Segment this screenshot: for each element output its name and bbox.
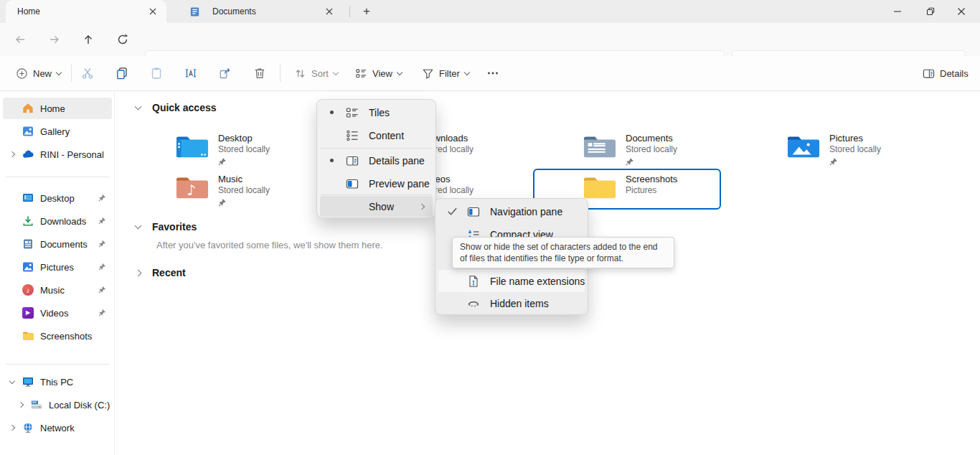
sidebar-item-label: Documents xyxy=(40,239,88,250)
close-button[interactable] xyxy=(943,0,980,23)
pin-icon xyxy=(98,309,106,316)
pin-icon xyxy=(829,157,881,166)
quick-access-header[interactable]: Quick access xyxy=(136,102,217,113)
up-button[interactable] xyxy=(80,31,97,48)
see-more-button[interactable] xyxy=(479,62,507,84)
tile-music[interactable]: ♪ Music Stored locally xyxy=(126,169,314,210)
tile-desktop[interactable]: Desktop Stored locally xyxy=(126,128,314,169)
paste-button[interactable] xyxy=(144,62,169,84)
sidebar-item-label: Screenshots xyxy=(40,331,92,342)
chevron-right-icon xyxy=(9,151,15,157)
filter-button[interactable]: Filter xyxy=(416,62,475,84)
sidebar-item-label: This PC xyxy=(40,377,73,388)
details-pane-button[interactable]: Details xyxy=(917,62,974,84)
forward-button[interactable] xyxy=(46,31,63,48)
sort-button[interactable]: Sort xyxy=(288,62,344,84)
sidebar-item-documents[interactable]: Documents xyxy=(3,233,112,255)
refresh-button[interactable] xyxy=(114,31,131,48)
share-button[interactable] xyxy=(213,62,237,84)
disk-drive-icon xyxy=(30,398,43,411)
menu-item-content[interactable]: Content xyxy=(320,124,433,146)
back-button[interactable] xyxy=(11,31,29,48)
check-icon xyxy=(447,206,458,217)
chevron-down-icon xyxy=(56,69,62,75)
sidebar-item-label: Pictures xyxy=(40,262,74,273)
this-pc-icon xyxy=(22,375,34,388)
radio-bullet-icon xyxy=(330,159,334,162)
sidebar-item-pictures[interactable]: Pictures xyxy=(3,256,112,278)
submenu-item-navigation-pane[interactable]: Navigation pane xyxy=(438,200,585,222)
close-tab-icon[interactable] xyxy=(146,5,159,18)
sidebar-item-local-disk-c[interactable]: Local Disk (C:) xyxy=(3,394,112,416)
sidebar-item-network[interactable]: Network xyxy=(3,417,112,438)
view-button[interactable]: View xyxy=(349,62,407,84)
sidebar-item-downloads[interactable]: Downloads xyxy=(3,210,112,232)
pin-icon xyxy=(98,286,106,294)
network-icon xyxy=(22,421,34,434)
menu-item-label: Details pane xyxy=(369,155,425,166)
tab-documents[interactable]: Documents xyxy=(172,0,343,23)
tile-documents[interactable]: Documents Stored locally xyxy=(533,128,721,169)
pin-icon xyxy=(98,240,106,248)
cut-button[interactable] xyxy=(75,62,100,84)
menu-item-preview-pane[interactable]: Preview pane xyxy=(320,172,433,194)
chevron-down-icon xyxy=(135,222,142,230)
close-tab-icon[interactable] xyxy=(323,5,336,18)
sidebar-item-label: Gallery xyxy=(40,126,70,137)
sidebar-item-music[interactable]: ♪ Music xyxy=(3,279,112,301)
delete-button[interactable] xyxy=(248,62,272,84)
view-button-label: View xyxy=(372,68,392,79)
onedrive-cloud-icon xyxy=(22,148,34,161)
menu-item-show[interactable]: Show xyxy=(320,196,433,217)
plus-icon: + xyxy=(363,4,370,19)
music-icon: ♪ xyxy=(22,283,34,296)
submenu-item-hidden-items[interactable]: Hidden items xyxy=(438,293,585,314)
tile-pictures[interactable]: Pictures Stored locally xyxy=(737,128,925,169)
sidebar-item-desktop[interactable]: Desktop xyxy=(3,187,112,209)
toolbar-divider xyxy=(280,65,281,82)
desktop-folder-icon xyxy=(176,133,209,160)
sidebar-item-home[interactable]: Home xyxy=(3,98,112,119)
plus-circle-icon xyxy=(16,67,28,80)
tile-name: Pictures xyxy=(829,133,881,144)
favorites-header[interactable]: Favorites xyxy=(136,221,197,233)
tile-subtitle: Stored locally xyxy=(218,144,270,155)
minimize-button[interactable] xyxy=(881,0,914,23)
menu-separator xyxy=(321,148,432,149)
screenshots-folder-icon xyxy=(583,174,616,201)
tile-name: Documents xyxy=(626,133,677,144)
sidebar-item-screenshots[interactable]: Screenshots xyxy=(3,325,112,347)
view-menu: Tiles Content Details pane Preview pane … xyxy=(316,99,436,218)
menu-item-details-pane[interactable]: Details pane xyxy=(320,149,433,172)
tile-subtitle: Stored locally xyxy=(829,144,881,155)
tab-label: Home xyxy=(17,6,40,17)
tile-name: Screenshots xyxy=(626,174,677,184)
tab-separator xyxy=(349,6,350,17)
downloads-icon xyxy=(22,215,34,228)
tab-home[interactable]: Home xyxy=(6,0,166,23)
sidebar-item-label: Local Disk (C:) xyxy=(49,400,110,411)
sidebar-item-this-pc[interactable]: This PC xyxy=(3,371,112,393)
sidebar-item-gallery[interactable]: Gallery xyxy=(3,121,112,142)
gallery-icon xyxy=(22,125,34,138)
pictures-folder-icon xyxy=(787,133,820,160)
tile-name: Desktop xyxy=(218,133,270,144)
toolbar-divider xyxy=(71,65,72,82)
folder-icon xyxy=(22,329,34,342)
submenu-item-file-name-extensions[interactable]: File name extensions xyxy=(438,270,585,292)
menu-item-label: Preview pane xyxy=(369,178,430,189)
sort-button-label: Sort xyxy=(311,68,329,79)
recent-header[interactable]: Recent xyxy=(136,267,186,278)
new-tab-button[interactable]: + xyxy=(359,4,374,19)
copy-button[interactable] xyxy=(110,62,134,84)
tile-name: Music xyxy=(218,174,270,184)
radio-bullet-icon xyxy=(330,111,334,114)
chevron-down-icon xyxy=(9,377,15,383)
new-button[interactable]: New xyxy=(10,62,67,84)
rename-button[interactable] xyxy=(179,62,203,84)
details-pane-icon xyxy=(346,154,359,167)
pin-icon xyxy=(98,217,106,225)
sidebar-item-videos[interactable]: ▶ Videos xyxy=(3,302,112,324)
menu-item-tiles[interactable]: Tiles xyxy=(320,101,433,123)
sidebar-item-onedrive[interactable]: RINI - Personal xyxy=(3,144,112,165)
